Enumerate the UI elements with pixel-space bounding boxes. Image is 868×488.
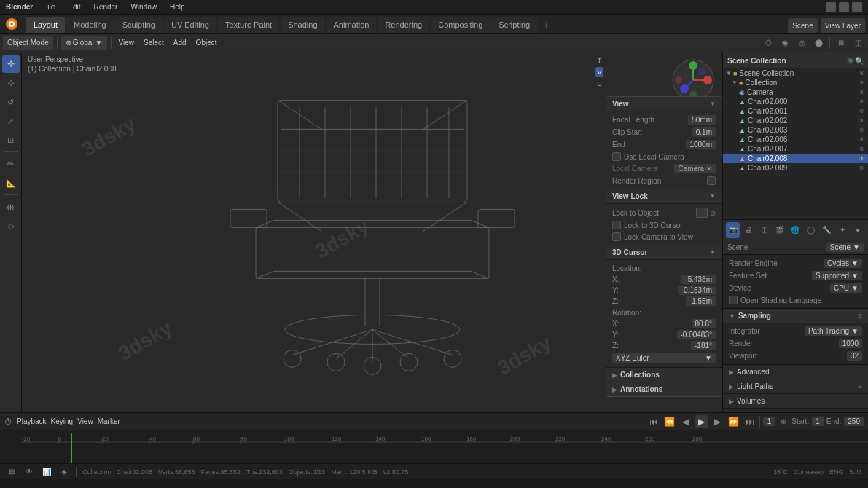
- tab-uv-editing[interactable]: UV Editing: [164, 17, 216, 33]
- select-menu[interactable]: Select: [140, 36, 168, 50]
- use-local-camera-checkbox[interactable]: [612, 152, 621, 161]
- keying-menu[interactable]: Keying: [51, 417, 74, 425]
- prop-icon-particles[interactable]: ✦: [835, 222, 849, 238]
- tree-item-chair-008[interactable]: ▲ Chair02.008 👁: [723, 154, 868, 163]
- prop-icon-render[interactable]: 📷: [726, 222, 740, 238]
- focal-length-value[interactable]: 50mm: [688, 115, 716, 125]
- local-camera-value[interactable]: Camera ✕: [674, 164, 716, 173]
- cursor-z-value[interactable]: -1.55m: [686, 296, 716, 306]
- view-gizmo[interactable]: [671, 58, 715, 102]
- scene-selector[interactable]: Scene: [788, 18, 817, 33]
- cursor-tool[interactable]: ✛: [2, 55, 20, 73]
- view-lock-header[interactable]: View Lock ▼: [606, 189, 722, 204]
- sampling-options-icon[interactable]: ≡: [858, 312, 862, 320]
- rotate-tool[interactable]: ↺: [2, 93, 20, 111]
- lock-3d-cursor-checkbox[interactable]: [612, 221, 621, 229]
- view-timeline-menu[interactable]: View: [77, 417, 93, 425]
- playback-begin[interactable]: ⏮: [647, 415, 660, 428]
- view-menu[interactable]: View: [115, 36, 138, 50]
- tree-item-chair-007[interactable]: ▲ Chair02.007 👁: [723, 144, 868, 154]
- device-value[interactable]: CPU▼: [830, 283, 862, 293]
- section-hair[interactable]: ▶ Hair: [723, 409, 868, 412]
- tree-item-camera[interactable]: ◉ Camera 👁: [723, 87, 868, 97]
- feature-set-value[interactable]: Supported▼: [812, 271, 862, 280]
- timeline-start[interactable]: 1: [812, 417, 824, 426]
- mode-selector[interactable]: Object Mode: [3, 36, 53, 50]
- playback-prev-frame[interactable]: ⏪: [663, 415, 676, 428]
- marker-menu[interactable]: Marker: [98, 417, 120, 425]
- playback-next-frame[interactable]: ⏩: [727, 415, 740, 428]
- npanel-item-create[interactable]: C: [595, 79, 603, 89]
- win-close[interactable]: [852, 2, 862, 12]
- prop-icon-world[interactable]: 🌐: [789, 222, 802, 238]
- clip-start-value[interactable]: 0.1m: [692, 127, 716, 137]
- shading-material[interactable]: ◎: [794, 36, 809, 50]
- tab-add-icon[interactable]: +: [539, 17, 555, 33]
- tab-modeling[interactable]: Modeling: [66, 17, 114, 33]
- section-volumes[interactable]: ▶ Volumes: [723, 394, 868, 409]
- tree-item-chair-006[interactable]: ▲ Chair02.006 👁: [723, 135, 868, 144]
- tree-item-chair-003[interactable]: ▲ Chair02.003 👁: [723, 125, 868, 135]
- view-layer-selector[interactable]: View Layer: [821, 18, 865, 33]
- shading-solid[interactable]: ◉: [778, 36, 792, 50]
- cursor-rz-value[interactable]: -181°: [691, 341, 716, 350]
- menu-window[interactable]: Window: [128, 3, 160, 11]
- open-shading-checkbox[interactable]: [729, 296, 738, 304]
- render-region-checkbox[interactable]: [707, 176, 716, 185]
- viewport-samples-value[interactable]: 32: [847, 351, 862, 361]
- prop-icon-output[interactable]: 🖨: [741, 222, 755, 238]
- tree-item-chair-000[interactable]: ▲ Chair02.000 👁: [723, 97, 868, 106]
- playback-next[interactable]: ▶: [711, 415, 724, 428]
- cursor-x-value[interactable]: -5.438m: [681, 275, 716, 284]
- lock-to-object-eyedropper[interactable]: ⊕: [710, 209, 716, 217]
- tab-sculpting[interactable]: Sculpting: [115, 17, 163, 33]
- tree-item-chair-001[interactable]: ▲ Chair02.001 👁: [723, 106, 868, 116]
- annotate-tool[interactable]: ✏: [2, 155, 20, 173]
- render-samples-value[interactable]: 1000: [839, 339, 862, 348]
- eraser-tool[interactable]: ◇: [2, 217, 20, 235]
- scale-tool[interactable]: ⤢: [2, 112, 20, 130]
- menu-file[interactable]: File: [40, 3, 58, 11]
- tree-item-chair-002[interactable]: ▲ Chair02.002 👁: [723, 116, 868, 125]
- integrator-value[interactable]: Path Tracing▼: [805, 326, 862, 336]
- scene-stats[interactable]: 📊: [41, 466, 52, 478]
- select-all-icon[interactable]: ◈: [58, 466, 70, 478]
- outliner-filter-icon[interactable]: ⊞: [847, 57, 853, 65]
- clip-end-value[interactable]: 1000m: [686, 140, 716, 149]
- collections-header[interactable]: ▶ Collections: [606, 367, 722, 382]
- move-tool[interactable]: ⊹: [2, 74, 20, 92]
- menu-help[interactable]: Help: [167, 3, 188, 11]
- rotation-mode-selector[interactable]: XYZ Euler ▼: [612, 353, 716, 363]
- tab-rendering[interactable]: Rendering: [378, 17, 429, 33]
- playback-play[interactable]: ▶: [695, 415, 708, 428]
- render-engine-value[interactable]: Cycles▼: [824, 259, 862, 268]
- object-menu[interactable]: Object: [192, 36, 221, 50]
- tree-item[interactable]: ▼ ■ Scene Collection 👁: [723, 68, 868, 78]
- tab-compositing[interactable]: Compositing: [431, 17, 490, 33]
- npanel-item-tool[interactable]: T: [596, 55, 603, 66]
- xray-toggle[interactable]: ◫: [851, 36, 865, 50]
- win-maximize[interactable]: [839, 2, 849, 12]
- tab-shading[interactable]: Shading: [281, 17, 324, 33]
- hair-checkbox[interactable]: [737, 412, 746, 412]
- shading-render[interactable]: ⬤: [811, 36, 826, 50]
- transform-tool[interactable]: ⊡: [2, 131, 20, 149]
- cursor-3d-header[interactable]: 3D Cursor ▼: [606, 245, 722, 260]
- cursor-y-value[interactable]: -0.1634m: [678, 286, 716, 295]
- section-light-paths[interactable]: ▶ Light Paths ≡: [723, 379, 868, 394]
- prop-icon-modifier[interactable]: 🔧: [820, 222, 834, 238]
- tree-item-chair-009[interactable]: ▲ Chair02.009 👁: [723, 163, 868, 173]
- view-panel-header[interactable]: View ▼: [606, 97, 722, 111]
- playback-menu[interactable]: Playback: [17, 417, 47, 425]
- playback-prev[interactable]: ◀: [679, 415, 692, 428]
- tab-texture-paint[interactable]: Texture Paint: [218, 17, 279, 33]
- sampling-header[interactable]: ▼ Sampling ≡: [723, 309, 868, 323]
- menu-render[interactable]: Render: [91, 3, 121, 11]
- win-minimize[interactable]: [826, 2, 836, 12]
- scene-value[interactable]: Scene▼: [826, 243, 864, 252]
- cursor-rx-value[interactable]: 80.8°: [692, 319, 716, 328]
- tab-layout[interactable]: Layout: [26, 17, 65, 33]
- prop-icon-view-layer[interactable]: ◫: [757, 222, 771, 238]
- outliner-search-icon[interactable]: 🔍: [855, 57, 864, 65]
- view-icon[interactable]: 👁: [23, 466, 35, 478]
